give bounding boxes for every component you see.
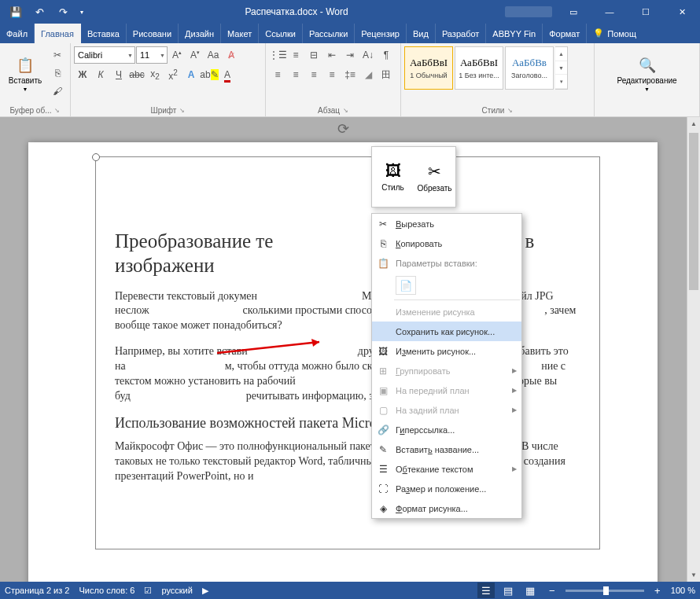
- tab-file[interactable]: Файл: [0, 24, 35, 43]
- qat-customize[interactable]: ▾: [76, 0, 88, 24]
- italic-button[interactable]: К: [92, 66, 109, 83]
- cut-button[interactable]: ✂: [49, 46, 66, 64]
- ctx-cut[interactable]: ✂Вырезать: [372, 214, 521, 233]
- tab-view[interactable]: Вид: [407, 24, 436, 43]
- sort-button[interactable]: A↓: [359, 46, 377, 64]
- ribbon-tabs: Файл Главная Вставка Рисовани Дизайн Мак…: [0, 24, 700, 43]
- line-spacing-button[interactable]: ‡≡: [341, 66, 359, 83]
- tab-abbyy[interactable]: ABBYY Fin: [486, 24, 543, 43]
- paste-text-icon: 📄: [400, 280, 412, 292]
- font-launcher[interactable]: ↘: [179, 107, 185, 114]
- styles-gallery-more[interactable]: ▲ ▼ ▾: [555, 46, 568, 90]
- numbering-button[interactable]: ≡: [287, 46, 304, 64]
- maximize-button[interactable]: ☐: [628, 0, 664, 24]
- shrink-font-button[interactable]: A▾: [186, 46, 204, 64]
- zoom-level[interactable]: 100 %: [671, 586, 695, 595]
- subscript-button[interactable]: x2: [146, 66, 164, 83]
- bold-button[interactable]: Ж: [74, 66, 91, 83]
- ctx-save-as-picture[interactable]: Сохранить как рисунок...: [372, 322, 521, 341]
- inc-indent-button[interactable]: ⇥: [341, 46, 359, 64]
- underline-button[interactable]: Ч: [110, 66, 127, 83]
- highlight-button[interactable]: ab✎: [201, 66, 218, 83]
- picture-style-button[interactable]: 🖼 Стиль: [372, 147, 414, 207]
- vertical-scrollbar[interactable]: ▲ ▼: [687, 117, 700, 582]
- tab-developer[interactable]: Разработ: [436, 24, 486, 43]
- align-center-button[interactable]: ≡: [287, 66, 304, 83]
- redo-button[interactable]: ↷: [52, 0, 74, 24]
- tab-insert[interactable]: Вставка: [81, 24, 127, 43]
- dec-indent-button[interactable]: ⇤: [323, 46, 341, 64]
- ctx-text-wrap[interactable]: ☰Обтекание текстом▶: [372, 459, 521, 479]
- status-word-count[interactable]: Число слов: 6: [79, 586, 134, 595]
- status-language[interactable]: русский: [161, 586, 192, 595]
- ctx-copy[interactable]: ⎘Копировать: [372, 233, 521, 253]
- inc-indent-icon: ⇥: [346, 50, 354, 61]
- strike-button[interactable]: abc: [128, 66, 146, 83]
- clipboard-launcher[interactable]: ↘: [54, 107, 60, 114]
- tab-design[interactable]: Дизайн: [179, 24, 221, 43]
- change-case-button[interactable]: Aa: [204, 46, 222, 64]
- ctx-edit-picture: Изменение рисунка: [372, 302, 521, 322]
- align-right-button[interactable]: ≡: [305, 66, 322, 83]
- crop-button[interactable]: ✂ Обрезать: [414, 147, 455, 207]
- scroll-down-icon[interactable]: ▼: [687, 568, 700, 582]
- ctx-bring-front: ▣На передний план▶: [372, 380, 521, 400]
- tab-review[interactable]: Рецензир: [355, 24, 407, 43]
- rotate-handle-icon[interactable]: ⟳: [337, 120, 349, 138]
- tab-format[interactable]: Формат: [543, 24, 587, 43]
- ctx-hyperlink[interactable]: 🔗Гиперссылка...: [372, 420, 521, 439]
- bullets-button[interactable]: ⋮☰: [269, 46, 286, 64]
- font-color-button[interactable]: A: [219, 66, 236, 83]
- styles-launcher[interactable]: ↘: [507, 107, 513, 114]
- justify-button[interactable]: ≡: [323, 66, 341, 83]
- undo-button[interactable]: ↶: [28, 0, 50, 24]
- view-read-button[interactable]: ☰: [477, 582, 495, 598]
- scroll-up-icon[interactable]: ▲: [687, 117, 700, 130]
- shading-button[interactable]: ◢: [359, 66, 377, 83]
- multilevel-button[interactable]: ⊟: [305, 46, 322, 64]
- status-spell[interactable]: ☑: [144, 586, 152, 596]
- align-left-button[interactable]: ≡: [269, 66, 286, 83]
- style-no-spacing[interactable]: АаБбВвІ 1 Без инте...: [455, 46, 503, 90]
- zoom-slider[interactable]: [566, 590, 644, 592]
- style-heading[interactable]: АаБбВв Заголово...: [505, 46, 554, 90]
- zoom-thumb[interactable]: [603, 586, 609, 595]
- paste-keep-text[interactable]: 📄: [396, 276, 416, 295]
- para-launcher[interactable]: ↘: [343, 107, 348, 114]
- help-icon: 💡: [593, 28, 604, 39]
- font-size-combo[interactable]: 11▼: [136, 46, 168, 64]
- status-page[interactable]: Страница 2 из 2: [5, 586, 69, 595]
- scrollbar-thumb[interactable]: [689, 133, 698, 290]
- ctx-change-picture[interactable]: 🖼Изменить рисунок...: [372, 341, 521, 361]
- tab-layout[interactable]: Макет: [221, 24, 259, 43]
- find-button[interactable]: 🔍 Редактирование ▼: [612, 46, 683, 101]
- zoom-out-button[interactable]: −: [543, 582, 561, 598]
- text-effects-button[interactable]: A: [182, 66, 200, 83]
- clear-format-button[interactable]: A̷: [223, 46, 240, 64]
- tab-home[interactable]: Главная: [35, 24, 81, 43]
- tell-me[interactable]: 💡Помощ: [587, 24, 643, 43]
- ctx-size-position[interactable]: ⛶Размер и положение...: [372, 479, 521, 498]
- ctx-insert-caption[interactable]: ✎Вставить название...: [372, 439, 521, 459]
- save-button[interactable]: 💾: [5, 0, 27, 24]
- view-web-button[interactable]: ▦: [521, 582, 539, 598]
- tab-mailings[interactable]: Рассылки: [303, 24, 355, 43]
- status-macro[interactable]: ▶: [202, 586, 208, 596]
- ribbon-options-button[interactable]: ▭: [555, 0, 591, 24]
- font-name-combo[interactable]: Calibri▼: [74, 46, 135, 64]
- format-painter-button[interactable]: 🖌: [49, 83, 66, 100]
- ctx-format-picture[interactable]: ◈Формат рисунка...: [372, 498, 521, 518]
- view-print-button[interactable]: ▤: [499, 582, 517, 598]
- style-normal[interactable]: АаБбВвІ 1 Обычный: [404, 46, 453, 90]
- paste-button[interactable]: 📋 Вставить ▼: [3, 46, 47, 101]
- zoom-in-button[interactable]: +: [649, 582, 666, 598]
- show-marks-button[interactable]: ¶: [378, 46, 395, 64]
- close-button[interactable]: ✕: [664, 0, 700, 24]
- minimize-button[interactable]: —: [591, 0, 628, 24]
- superscript-button[interactable]: x2: [164, 66, 182, 83]
- tab-references[interactable]: Ссылки: [259, 24, 303, 43]
- tab-draw[interactable]: Рисовани: [127, 24, 179, 43]
- borders-button[interactable]: 田: [378, 66, 395, 83]
- grow-font-button[interactable]: A▴: [168, 46, 186, 64]
- copy-button[interactable]: ⎘: [49, 64, 66, 82]
